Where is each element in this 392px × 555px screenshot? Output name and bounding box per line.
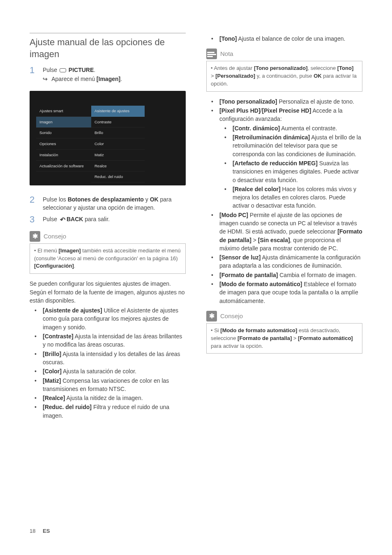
tip-callout-2: Consejo Si [Modo de formato automático] … [206, 311, 362, 354]
picture-button-icon [60, 68, 66, 72]
tip-title: Consejo [44, 232, 66, 241]
tv-menu-screenshot: Ajustes smart Imagen Sonido Opciones Ins… [30, 91, 186, 185]
section-heading: Ajuste manual de las opciones de imagen [30, 33, 186, 60]
step-1: 1 Pulse PICTURE. Aparece el menú [Imagen… [30, 65, 186, 83]
step-3: 3 Pulse BACK para salir. [30, 214, 186, 225]
page-number: 18 [30, 528, 35, 534]
settings-list-right: [Tono personalizado] Personaliza el ajus… [206, 97, 362, 305]
note-callout: Nota Antes de ajustar [Tono personalizad… [206, 49, 362, 92]
menu-item: Matiz [91, 150, 145, 161]
menu-item: Asistente de ajustes [91, 106, 145, 117]
step-number: 1 [30, 65, 43, 83]
back-icon [59, 216, 67, 222]
step-number: 2 [30, 194, 43, 212]
menu-item: Ajustes smart [36, 106, 91, 117]
menu-item: Reduc. del ruido [91, 171, 145, 183]
menu-item: Imagen [36, 117, 91, 128]
menu-item: Instalación [36, 150, 91, 161]
settings-list-right-top: [Tono] Ajusta el balance de color de una… [206, 35, 362, 43]
tip-callout: Consejo El menú [Imagen] también está ac… [30, 231, 186, 274]
settings-list-left: [Asistente de ajustes] Utilice el Asiste… [30, 306, 186, 420]
tip-icon [206, 311, 217, 321]
menu-item: Realce [91, 161, 145, 172]
intro-paragraph: Se pueden configurar los siguientes ajus… [30, 280, 186, 305]
step-2: 2 Pulse los Botones de desplazamiento y … [30, 194, 186, 212]
tip-title: Consejo [220, 312, 243, 321]
note-title: Nota [220, 49, 233, 58]
step1-prefix: Pulse [43, 67, 59, 73]
menu-item: Tono [91, 183, 145, 185]
step-number: 3 [30, 214, 43, 225]
menu-item: Actualización de software [36, 161, 91, 172]
step1-button: PICTURE [69, 67, 94, 73]
menu-item: Sonido [36, 127, 91, 139]
step1-sub: Aparece el menú [Imagen]. [43, 75, 186, 83]
menu-item: Contraste [91, 117, 145, 128]
menu-item: Opciones [36, 139, 91, 150]
menu-item: Brillo [91, 127, 145, 139]
note-icon [206, 49, 217, 59]
menu-item: Color [91, 139, 145, 150]
advanced-sublist: [Contr. dinámico] Aumenta el contraste. … [219, 124, 362, 210]
page-footer: 18 ES [30, 527, 50, 535]
tv-menu-right: Asistente de ajustes Contraste Brillo Co… [91, 106, 145, 185]
language-code: ES [43, 528, 50, 534]
tip-icon [30, 231, 40, 242]
tv-menu-left: Ajustes smart Imagen Sonido Opciones Ins… [36, 106, 91, 172]
